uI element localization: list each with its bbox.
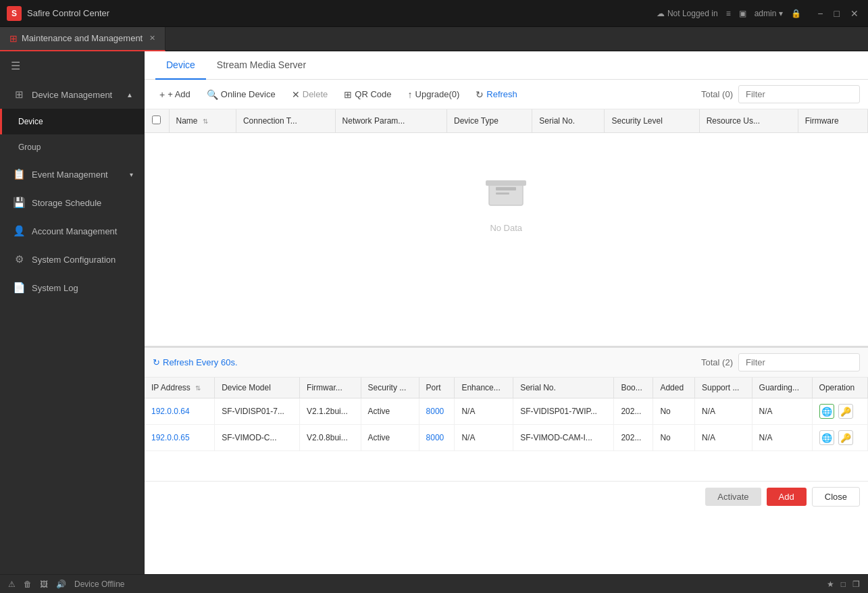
refresh-button[interactable]: ↻ Refresh (469, 86, 524, 103)
ip-address-2[interactable]: 192.0.0.65 (151, 433, 190, 442)
close-button[interactable]: ✕ (848, 7, 861, 20)
app-title: Safire Control Center (27, 8, 109, 18)
sub-tab-bar: Device Stream Media Server (145, 51, 868, 80)
online-device-button[interactable]: 🔍 Online Device (200, 86, 282, 103)
globe-button-1[interactable]: 🌐 (819, 404, 834, 419)
online-devices-section: ↻ Refresh Every 60s. Total (2) IP Addres… (145, 346, 868, 481)
enhanced-2: N/A (455, 425, 513, 451)
support-1: N/A (695, 398, 752, 425)
col-security-level: Security Level (605, 109, 699, 133)
col-name-label: Name (176, 116, 198, 126)
maximize-button[interactable]: □ (832, 7, 842, 20)
bottom-header-right: Total (2) (701, 353, 860, 371)
globe-button-2[interactable]: 🌐 (819, 430, 834, 445)
lock-icon[interactable]: 🔒 (791, 9, 801, 18)
pin-icon[interactable]: ★ (827, 579, 834, 589)
tab-device[interactable]: Device (155, 51, 206, 80)
refresh-every-label: ↻ Refresh Every 60s. (153, 357, 238, 367)
security-2: Active (361, 425, 419, 451)
trash-icon[interactable]: 🗑 (24, 579, 32, 589)
sidebar-item-device[interactable]: Device (0, 109, 144, 134)
table-row: 192.0.0.64 SF-VIDISP01-7... V2.1.2bui...… (145, 398, 868, 425)
refresh-icon: ↻ (476, 89, 484, 100)
guarding-1: N/A (752, 398, 812, 425)
table-row: 192.0.0.65 SF-VIMOD-C... V2.0.8bui... Ac… (145, 425, 868, 451)
online-table-header: IP Address ⇅ Device Model Firmwar... Sec… (145, 378, 868, 398)
content-area: Device Stream Media Server + + Add 🔍 Onl… (145, 51, 868, 574)
tab-stream-media-server[interactable]: Stream Media Server (206, 51, 317, 80)
sidebar: ☰ ⊞ Device Management ▲ Device Group 📋 E… (0, 51, 145, 574)
sidebar-item-system-log[interactable]: 📄 System Log (0, 274, 144, 302)
delete-button[interactable]: ✕ Delete (285, 86, 335, 103)
sort-icon-name[interactable]: ⇅ (203, 118, 208, 125)
col-serial: Serial No. (513, 378, 614, 398)
table-header: Name ⇅ Connection T... Network Param... … (145, 109, 868, 133)
cloud-icon: ☁ (657, 9, 665, 18)
col-boot: Boo... (614, 378, 653, 398)
sidebar-item-system-configuration[interactable]: ⚙ System Configuration (0, 245, 144, 274)
online-total-count: Total (2) (701, 357, 733, 367)
col-device-type: Device Type (447, 109, 532, 133)
ip-address-1[interactable]: 192.0.0.64 (151, 407, 190, 416)
key-button-2[interactable]: 🔑 (838, 430, 853, 445)
sidebar-item-storage-schedule[interactable]: 💾 Storage Schedule (0, 188, 144, 217)
add-button[interactable]: + + Add (153, 86, 197, 103)
select-all-checkbox[interactable] (152, 115, 161, 124)
screenshot-icon[interactable]: 🖼 (40, 579, 48, 589)
tab-close-icon[interactable]: ✕ (149, 34, 155, 43)
sidebar-item-device-management[interactable]: ⊞ Device Management ▲ (0, 80, 144, 109)
minimize-button[interactable]: − (815, 7, 825, 20)
bottom-action-bar: Activate Add Close (145, 481, 868, 512)
sidebar-item-account-management[interactable]: 👤 Account Management (0, 217, 144, 245)
serial-2: SF-VIMOD-CAM-I... (513, 425, 614, 451)
operation-1: 🌐 🔑 (812, 398, 867, 425)
upgrade-label: Upgrade(0) (415, 89, 460, 99)
add-device-button[interactable]: Add (767, 488, 807, 506)
no-data-state: No Data (145, 133, 868, 274)
port-1[interactable]: 8000 (426, 407, 444, 416)
qr-code-button[interactable]: ⊞ QR Code (337, 86, 398, 103)
title-bar-left: S Safire Control Center (7, 6, 109, 21)
sidebar-label-device: Device (18, 117, 43, 126)
col-fw: Firmwar... (300, 378, 361, 398)
key-button-1[interactable]: 🔑 (838, 404, 853, 419)
sidebar-item-event-management[interactable]: 📋 Event Management ▾ (0, 160, 144, 188)
sidebar-label-system-log: System Log (32, 283, 78, 293)
col-sec: Security ... (361, 378, 419, 398)
upgrade-button[interactable]: ↑ Upgrade(0) (401, 86, 467, 103)
svg-rect-1 (496, 187, 516, 190)
close-button[interactable]: Close (812, 487, 860, 507)
monitor-icon[interactable]: ▣ (739, 9, 746, 18)
filter-input[interactable] (738, 85, 860, 103)
col-port: Port (419, 378, 455, 398)
device-offline-text: Device Offline (74, 579, 124, 589)
sidebar-label-storage: Storage Schedule (32, 198, 101, 208)
operation-2: 🌐 🔑 (812, 425, 867, 451)
sidebar-item-group[interactable]: Group (0, 134, 144, 160)
restore-icon[interactable]: ❐ (852, 579, 860, 589)
online-filter-input[interactable] (738, 353, 860, 371)
refresh-label: Refresh (486, 89, 517, 99)
qr-code-label: QR Code (355, 89, 391, 99)
window-icon[interactable]: □ (841, 579, 846, 589)
tab-maintenance[interactable]: ⊞ Maintenance and Management ✕ (0, 27, 165, 51)
chevron-icon: ▲ (126, 91, 133, 99)
toolbar: + + Add 🔍 Online Device ✕ Delete ⊞ QR Co… (145, 80, 868, 109)
upgrade-icon: ↑ (408, 89, 413, 100)
activate-button[interactable]: Activate (705, 488, 761, 506)
online-device-label: Online Device (221, 89, 276, 99)
sort-ip-icon[interactable]: ⇅ (195, 384, 201, 392)
qr-icon: ⊞ (344, 89, 352, 100)
audio-icon[interactable]: 🔊 (56, 579, 66, 589)
firmware-2: V2.0.8bui... (300, 425, 361, 451)
model-1: SF-VIDISP01-7... (215, 398, 300, 425)
guarding-2: N/A (752, 425, 812, 451)
table-body: No Data (145, 133, 868, 274)
chevron-icon-event: ▾ (130, 171, 133, 178)
admin-button[interactable]: admin ▾ (755, 9, 784, 18)
col-enhanced: Enhance... (455, 378, 513, 398)
menu-icon[interactable]: ≡ (726, 9, 731, 18)
col-support: Support ... (695, 378, 752, 398)
hamburger-menu[interactable]: ☰ (0, 51, 144, 80)
port-2[interactable]: 8000 (426, 433, 444, 442)
